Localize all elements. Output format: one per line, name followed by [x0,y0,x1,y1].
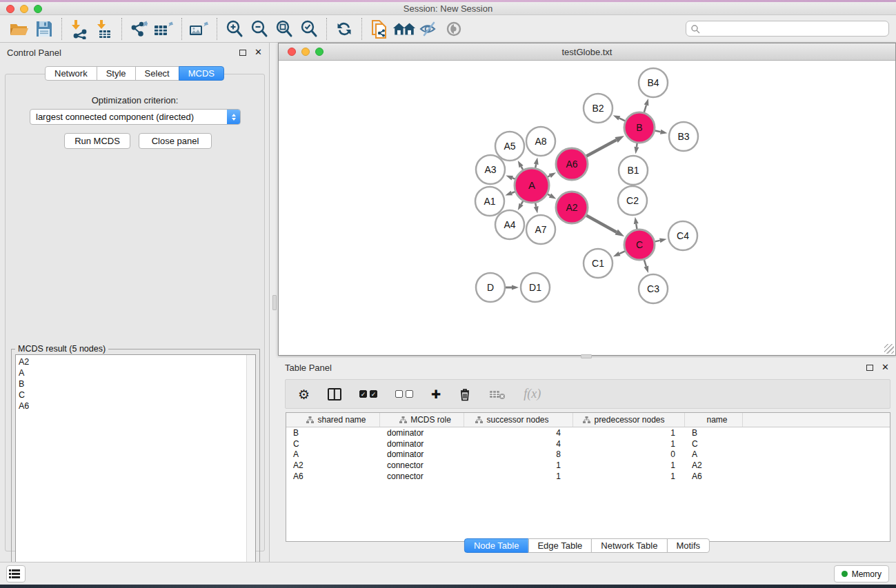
zoom-window-button[interactable] [34,5,42,13]
graph-node-A1[interactable]: A1 [475,187,504,216]
graph-node-B3[interactable]: B3 [669,122,698,151]
graph-node-B4[interactable]: B4 [639,68,668,97]
float-panel-icon[interactable] [239,50,246,56]
tab-node-table[interactable]: Node Table [464,538,529,553]
float-panel-icon[interactable] [866,365,873,371]
search-box[interactable] [686,21,889,37]
svg-text:A5: A5 [504,141,515,152]
graph-node-C4[interactable]: C4 [668,221,697,250]
scrollbar[interactable] [246,355,255,576]
table-row[interactable]: A2connector11A2 [286,460,890,471]
tab-network[interactable]: Network [45,66,97,81]
delete-table-icon[interactable] [489,389,506,400]
column-header-mcds-role[interactable]: MCDS role [380,413,464,427]
tab-motifs[interactable]: Motifs [666,538,710,553]
export-image-icon[interactable] [187,17,212,41]
home-icon[interactable] [392,17,417,41]
svg-text:B1: B1 [627,165,639,176]
graph-node-C[interactable]: C [624,230,655,260]
graph-node-A4[interactable]: A4 [495,210,524,239]
resize-grip-icon[interactable] [884,344,894,354]
graph-node-A8[interactable]: A8 [526,127,555,156]
tab-edge-table[interactable]: Edge Table [528,538,592,553]
close-panel-icon[interactable]: ✕ [882,364,889,371]
minimize-window-button[interactable] [301,48,310,56]
show-columns-icon[interactable] [328,388,341,401]
close-panel-button[interactable]: Close panel [139,133,212,149]
graph-node-B[interactable]: B [624,112,655,143]
network-graph[interactable]: B4B2BB3B1A5A8A6A3AA1A2C2A4A7C4CC1C3DD1 [279,61,895,355]
graph-node-B2[interactable]: B2 [584,94,613,123]
unselect-all-columns-icon[interactable] [395,390,413,398]
graph-node-D[interactable]: D [476,273,505,302]
minimize-window-button[interactable] [20,5,28,13]
column-header-successor-nodes[interactable]: successor nodes [464,413,573,427]
graph-node-A7[interactable]: A7 [526,215,555,244]
table-row[interactable]: Cdominator41C [286,438,890,449]
select-all-columns-icon[interactable]: ✓ ✓ [359,390,377,398]
toolbar-separator [181,18,182,40]
save-session-icon[interactable] [32,17,57,41]
function-builder-icon[interactable]: f(x) [524,387,541,401]
list-item[interactable]: A6 [19,401,246,412]
graph-node-C2[interactable]: C2 [618,186,647,215]
network-window-titlebar[interactable]: testGlobe.txt [279,43,895,61]
node-table[interactable]: shared name MCDS role successor nodes pr… [286,412,890,542]
memory-button[interactable]: Memory [834,565,889,582]
tab-select[interactable]: Select [135,66,179,81]
table-row[interactable]: Adominator80A [286,449,890,460]
graph-node-C1[interactable]: C1 [584,249,613,278]
zoom-selected-icon[interactable] [297,17,321,41]
list-item[interactable]: A [19,367,246,378]
import-network-icon[interactable] [67,17,92,41]
search-input[interactable] [700,23,888,35]
close-window-button[interactable] [288,48,296,56]
graph-node-A5[interactable]: A5 [495,132,524,161]
table-row[interactable]: A6connector11A6 [286,471,890,482]
zoom-out-icon[interactable] [247,17,272,41]
graph-node-A2[interactable]: A2 [556,192,588,223]
zoom-fit-icon[interactable] [272,17,297,41]
shared-column-icon [399,416,407,423]
refresh-icon[interactable] [332,17,357,41]
column-header-shared-name[interactable]: shared name [286,413,380,427]
vertical-splitter-handle[interactable] [272,295,277,310]
tab-style[interactable]: Style [97,66,136,81]
export-network-icon[interactable] [127,17,152,41]
tab-mcds[interactable]: MCDS [179,66,224,81]
list-item[interactable]: B [19,378,246,389]
close-panel-icon[interactable]: ✕ [255,49,262,56]
delete-column-icon[interactable] [459,387,471,401]
hide-annotations-icon[interactable] [417,17,441,41]
graph-node-C3[interactable]: C3 [639,274,668,303]
table-row[interactable]: Bdominator41B [286,427,890,438]
export-table-icon[interactable] [152,17,177,41]
duplicate-network-icon[interactable] [367,17,392,41]
network-canvas[interactable]: B4B2BB3B1A5A8A6A3AA1A2C2A4A7C4CC1C3DD1 [279,61,895,355]
tab-network-table[interactable]: Network Table [591,538,667,553]
table-settings-icon[interactable]: ⚙ [298,387,310,402]
graph-node-B1[interactable]: B1 [619,156,648,185]
graph-node-A[interactable]: A [515,168,549,203]
run-mcds-button[interactable]: Run MCDS [64,133,130,149]
show-panels-button[interactable] [6,565,26,582]
zoom-in-icon[interactable] [222,17,247,41]
criterion-dropdown[interactable]: largest connected component (directed) [30,109,241,125]
horizontal-splitter-handle[interactable] [581,354,592,358]
close-window-button[interactable] [6,5,14,13]
app-title: Session: New Session [0,2,896,15]
zoom-window-button[interactable] [315,48,323,56]
create-column-icon[interactable]: ✚ [431,387,441,401]
column-header-predecessor-nodes[interactable]: predecessor nodes [573,413,685,427]
list-item[interactable]: A2 [19,356,246,367]
graph-node-A6[interactable]: A6 [556,148,588,180]
mcds-result-list[interactable]: A2 A B C A6 [15,354,256,576]
open-file-icon[interactable] [7,17,32,41]
column-header-name[interactable]: name [685,413,743,427]
graph-node-D1[interactable]: D1 [521,273,550,302]
svg-text:B2: B2 [592,103,604,114]
list-item[interactable]: C [19,389,246,401]
graph-node-A3[interactable]: A3 [476,155,505,184]
graphics-details-icon[interactable] [441,17,466,41]
import-table-icon[interactable] [92,17,117,41]
